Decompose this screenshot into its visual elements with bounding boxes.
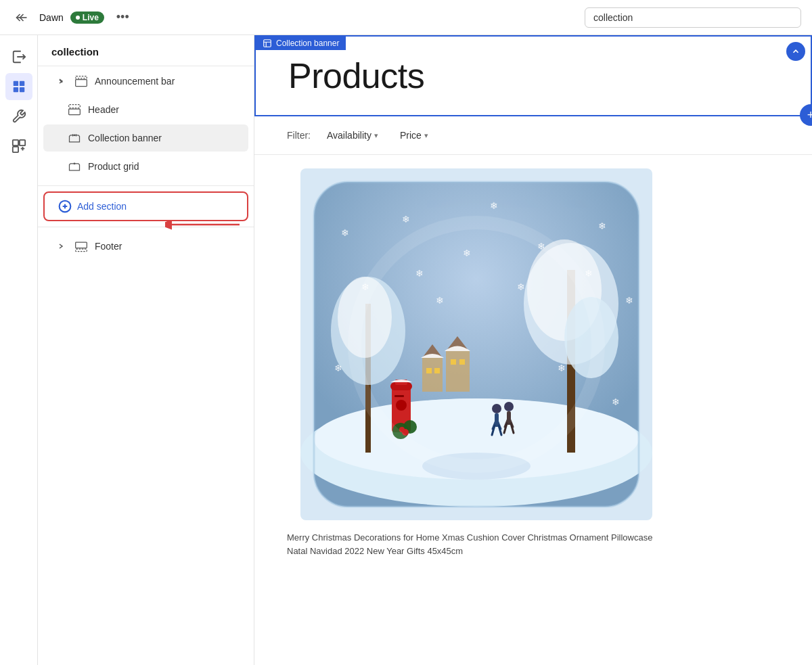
svg-point-12: [74, 135, 75, 136]
svg-point-41: [396, 400, 407, 411]
topbar: Dawn Live •••: [0, 0, 812, 35]
collection-banner-section: Collection banner Products +: [254, 35, 812, 116]
svg-rect-6: [19, 140, 24, 145]
product-grid-label: Product grid: [88, 161, 139, 172]
price-chevron-icon: ▾: [424, 131, 428, 140]
live-dot: [76, 16, 80, 20]
live-badge: Live: [70, 12, 104, 24]
product-image-svg: ❄ ❄ ❄ ❄ ❄ ❄ ❄ ❄ ❄ ❄ ❄ ❄: [300, 168, 652, 520]
topbar-left: Dawn Live •••: [11, 7, 135, 28]
svg-rect-7: [12, 147, 18, 152]
product-grid-icon: [68, 160, 81, 173]
icon-nav: [0, 35, 38, 665]
footer-label: Footer: [95, 241, 122, 252]
add-section-icon: [58, 200, 72, 213]
svg-rect-10: [69, 105, 81, 108]
svg-rect-17: [264, 40, 271, 47]
svg-text:❄: ❄: [598, 221, 606, 231]
tools-icon: [12, 109, 26, 124]
sidebar-item-announcement-bar[interactable]: Announcement bar: [43, 68, 248, 95]
availability-filter-label: Availability: [327, 130, 371, 141]
svg-text:❄: ❄: [415, 268, 424, 279]
filter-bar: Filter: Availability ▾ Price ▾: [254, 116, 812, 155]
svg-rect-9: [76, 80, 87, 87]
svg-text:❄: ❄: [341, 227, 349, 238]
svg-rect-40: [394, 395, 404, 397]
collection-banner-label: Collection banner: [88, 133, 162, 143]
svg-text:❄: ❄: [625, 295, 633, 306]
sidebar-item-header[interactable]: Header: [43, 96, 248, 123]
nav-exit[interactable]: [5, 43, 32, 70]
svg-rect-28: [459, 359, 465, 365]
svg-rect-22: [446, 351, 470, 392]
svg-rect-3: [13, 87, 18, 92]
footer-collapse-arrow-icon: [57, 242, 65, 250]
add-section-button[interactable]: Add section: [43, 191, 248, 221]
header-icon: [68, 103, 81, 116]
svg-rect-11: [69, 109, 81, 114]
banner-label-tag: Collection banner: [256, 37, 346, 50]
nav-tools[interactable]: [5, 103, 32, 130]
svg-rect-25: [426, 368, 432, 373]
svg-rect-16: [76, 249, 87, 251]
svg-rect-4: [19, 87, 24, 92]
main-layout: collection Announcement bar Header: [0, 35, 812, 665]
sections-icon: [12, 79, 26, 94]
svg-rect-27: [451, 359, 456, 365]
back-icon: [15, 11, 28, 24]
svg-text:❄: ❄: [463, 248, 471, 258]
sidebar-title: collection: [38, 35, 254, 66]
sidebar-item-collection-banner[interactable]: Collection banner: [43, 124, 248, 152]
svg-rect-2: [19, 81, 24, 86]
product-image: ❄ ❄ ❄ ❄ ❄ ❄ ❄ ❄ ❄ ❄ ❄ ❄: [300, 168, 652, 520]
svg-point-13: [74, 163, 75, 164]
live-label: Live: [83, 13, 99, 22]
announcement-bar-label: Announcement bar: [95, 76, 175, 87]
svg-rect-5: [12, 140, 18, 145]
sidebar: collection Announcement bar Header: [38, 35, 254, 665]
scroll-up-icon: [791, 47, 800, 56]
svg-text:❄: ❄: [490, 200, 498, 211]
store-name: Dawn: [39, 12, 64, 23]
exit-icon: [12, 49, 26, 64]
nav-sections[interactable]: [5, 73, 32, 100]
nav-add-block[interactable]: [5, 133, 32, 160]
announcement-bar-icon: [74, 74, 88, 88]
footer-icon: [74, 239, 88, 253]
collection-banner-icon: [68, 131, 81, 145]
banner-label-icon: [263, 39, 272, 48]
svg-text:❄: ❄: [436, 295, 444, 306]
svg-rect-1: [13, 81, 18, 86]
add-block-icon: [12, 139, 26, 154]
svg-point-46: [492, 404, 501, 413]
sidebar-divider: [38, 185, 254, 186]
svg-text:❄: ❄: [612, 396, 620, 407]
banner-label-text: Collection banner: [276, 39, 339, 48]
product-section: ❄ ❄ ❄ ❄ ❄ ❄ ❄ ❄ ❄ ❄ ❄ ❄: [254, 155, 812, 584]
svg-text:❄: ❄: [334, 363, 342, 373]
search-input[interactable]: [585, 7, 801, 28]
preview-area[interactable]: Collection banner Products + Filter: Ava…: [254, 35, 812, 665]
back-button[interactable]: [11, 7, 32, 28]
collapse-arrow-icon: [57, 77, 65, 85]
availability-chevron-icon: ▾: [374, 131, 378, 140]
svg-text:❄: ❄: [517, 281, 525, 292]
svg-text:❄: ❄: [558, 363, 566, 373]
product-title: Merry Christmas Decorations for Home Xma…: [287, 531, 666, 557]
sidebar-item-footer[interactable]: Footer: [43, 233, 248, 260]
filter-label: Filter:: [287, 130, 311, 141]
price-filter[interactable]: Price ▾: [394, 127, 434, 143]
svg-text:❄: ❄: [402, 214, 410, 225]
scroll-up-button[interactable]: [786, 42, 805, 61]
product-card[interactable]: ❄ ❄ ❄ ❄ ❄ ❄ ❄ ❄ ❄ ❄ ❄ ❄: [287, 168, 666, 557]
svg-point-52: [504, 402, 514, 411]
svg-rect-26: [434, 368, 440, 373]
sidebar-divider-2: [38, 227, 254, 227]
availability-filter[interactable]: Availability ▾: [321, 127, 384, 143]
header-label: Header: [88, 104, 119, 115]
svg-rect-8: [76, 76, 87, 78]
preview-content: Collection banner Products + Filter: Ava…: [254, 35, 812, 665]
sidebar-item-product-grid[interactable]: Product grid: [43, 153, 248, 180]
svg-rect-15: [76, 242, 87, 248]
more-button[interactable]: •••: [111, 7, 135, 27]
